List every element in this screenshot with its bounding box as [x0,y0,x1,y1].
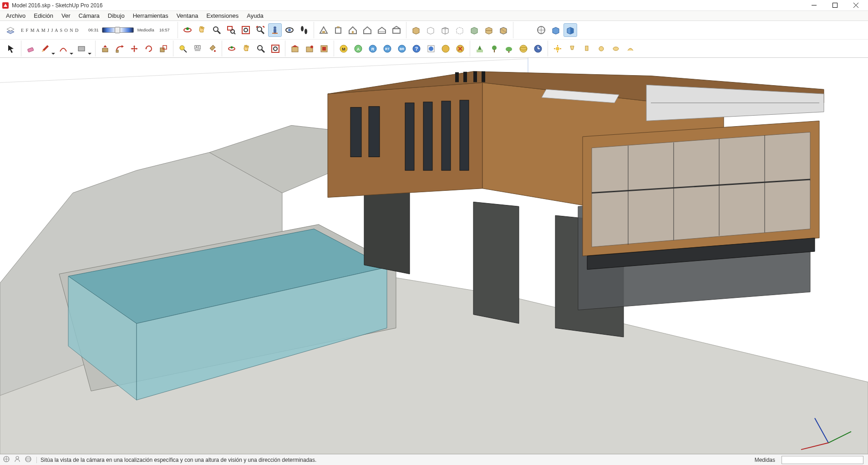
front-view-icon[interactable] [563,23,577,37]
close-button[interactable] [845,0,866,11]
eraser-icon[interactable] [24,42,38,56]
sun-icon[interactable] [551,42,564,56]
svg-point-92 [492,46,497,50]
pushpull-icon[interactable] [98,42,112,56]
lamp4-icon[interactable] [609,42,623,56]
pencil-icon[interactable] [39,42,56,56]
status-person-icon[interactable] [14,455,21,464]
layers-icon[interactable] [317,42,331,56]
menu-edicion[interactable]: Edición [30,11,57,20]
xray-icon[interactable] [482,23,496,37]
shadow-time-end: 16:57 [157,28,171,32]
svg-rect-134 [369,107,380,157]
zoom-extents2-icon[interactable] [269,42,282,56]
zoom-extents-icon[interactable] [254,23,267,37]
title-bar: Model 2016.skp - SketchUp Pro 2016 [0,0,868,11]
measure-input[interactable] [782,456,863,464]
vray-info-icon[interactable] [424,42,438,56]
arc-icon[interactable] [57,42,74,56]
svg-rect-50 [102,48,108,52]
vray-rt-icon[interactable]: RT [381,42,394,56]
components-group [285,41,334,56]
menu-ayuda[interactable]: Ayuda [243,11,268,20]
svg-marker-37 [471,27,477,34]
status-credit-icon[interactable] [25,455,32,464]
status-geo-icon[interactable] [3,455,10,464]
vray-br-icon[interactable]: BR [395,42,409,56]
vray-r-icon[interactable]: R [366,42,380,56]
zoom-window-icon[interactable] [224,23,238,37]
vray-group: M A R RT BR ? [334,41,470,56]
svg-rect-142 [482,72,485,82]
iso-view-icon[interactable] [534,23,548,37]
tree-side-icon[interactable] [473,42,487,56]
styles-group [406,22,513,38]
tape-measure-icon[interactable] [176,42,190,56]
vray-gold-icon[interactable] [439,42,452,56]
make-component-icon[interactable] [288,42,302,56]
menu-ver[interactable]: Ver [57,11,75,20]
top-view-icon[interactable] [549,23,563,37]
svg-point-86 [429,46,433,51]
menu-ventana[interactable]: Ventana [173,11,203,20]
menu-dibujo[interactable]: Dibujo [104,11,129,20]
tree-render-icon[interactable] [487,42,501,56]
select-arrow-icon[interactable] [5,42,18,56]
svg-marker-121 [364,184,410,274]
zoom-icon[interactable] [210,23,223,37]
tree-bush-icon[interactable] [502,42,516,56]
menu-herramientas[interactable]: Herramientas [129,11,173,20]
globe-icon[interactable] [517,42,530,56]
orbit-icon[interactable] [181,23,194,37]
shadow-toggle-icon[interactable] [5,24,16,36]
lamp2-icon[interactable] [580,42,594,56]
rectangle-icon[interactable] [75,42,92,56]
geo-location-icon[interactable] [317,23,330,37]
menu-extensiones[interactable]: Extensiones [202,11,243,20]
pan-icon[interactable] [195,23,209,37]
scale-icon[interactable] [157,42,170,56]
building-maker-icon[interactable] [331,23,345,37]
maximize-button[interactable] [824,0,845,11]
look-around-icon[interactable] [283,23,296,37]
orbit2-icon[interactable] [225,42,239,56]
component-icon[interactable] [360,23,374,37]
shaded-textures-icon[interactable] [424,23,437,37]
shadow-time-knob[interactable] [115,27,120,33]
zoom-previous-icon[interactable] [239,23,253,37]
clock-icon[interactable] [531,42,545,56]
lamp5-icon[interactable] [624,42,637,56]
vray-a-icon[interactable]: A [351,42,365,56]
move-icon[interactable] [127,42,141,56]
minimize-button[interactable] [803,0,824,11]
extension-warehouse-icon[interactable] [390,23,403,37]
hidden-line-icon[interactable] [453,23,467,37]
svg-point-63 [231,46,233,48]
vray-m-icon[interactable]: M [337,42,350,56]
paint-bucket-icon[interactable] [205,42,219,56]
3d-warehouse-icon[interactable] [375,23,389,37]
house-icon[interactable] [346,23,360,37]
menu-archivo[interactable]: Archivo [2,11,30,20]
outliner-icon[interactable] [303,42,316,56]
back-edges-icon[interactable] [497,23,510,37]
viewport-3d[interactable] [0,58,868,454]
position-camera-icon[interactable] [268,23,282,37]
zoom2-icon[interactable] [254,42,268,56]
lamp-icon[interactable] [565,42,579,56]
shadow-date-slider[interactable]: E F M A M J J A S O N D [17,28,82,33]
shadow-time-track[interactable] [102,27,134,33]
rotate-icon[interactable] [142,42,156,56]
lamp3-icon[interactable] [594,42,608,56]
wireframe-icon[interactable] [438,23,452,37]
svg-text:?: ? [415,46,418,51]
vray-help-icon[interactable]: ? [410,42,423,56]
followme-icon[interactable] [113,42,127,56]
menu-camara[interactable]: Cámara [75,11,104,20]
vray-x-icon[interactable] [453,42,467,56]
monochrome-icon[interactable] [467,23,481,37]
pan2-icon[interactable] [239,42,253,56]
dimension-icon[interactable]: A1 [191,42,204,56]
shaded-icon[interactable] [409,23,423,37]
walk-icon[interactable] [297,23,311,37]
